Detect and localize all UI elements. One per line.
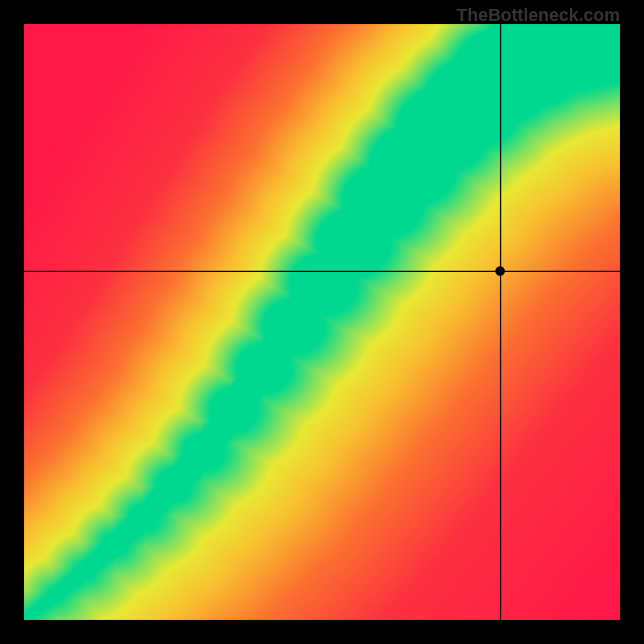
heatmap-canvas (24, 24, 620, 620)
watermark-text: TheBottleneck.com (456, 5, 620, 26)
chart-container: TheBottleneck.com (0, 0, 644, 644)
